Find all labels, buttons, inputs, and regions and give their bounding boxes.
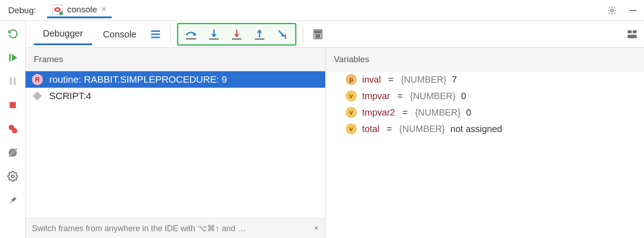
variables-list[interactable]: p inval = {NUMBER} 7 v tmpvar = {NUMBER}… (326, 71, 644, 238)
svg-marker-24 (257, 29, 262, 32)
settings-icon[interactable] (6, 170, 19, 183)
step-out-icon[interactable] (251, 26, 268, 42)
var-badge-icon: v (346, 107, 357, 118)
panel-frames: Frames R routine: RABBIT.SIMPLEPROCEDURE… (26, 48, 326, 238)
variable-name: total (362, 124, 379, 134)
variable-row[interactable]: p inval = {NUMBER} 7 (326, 71, 644, 88)
separator (170, 26, 171, 42)
frames-list[interactable]: R routine: RABBIT.SIMPLEPROCEDURE: 9 SCR… (26, 71, 325, 218)
svg-point-34 (316, 36, 317, 37)
param-badge-icon: p (346, 74, 357, 85)
svg-rect-30 (315, 31, 321, 32)
view-breakpoints-icon[interactable] (6, 122, 19, 135)
svg-point-31 (316, 34, 317, 36)
mute-breakpoints-icon[interactable] (6, 146, 19, 159)
svg-marker-18 (211, 34, 217, 37)
svg-rect-6 (10, 102, 16, 108)
debug-main: Debugger Console (26, 21, 644, 238)
svg-point-0 (611, 9, 613, 12)
gear-icon[interactable] (606, 4, 618, 17)
svg-rect-13 (151, 30, 160, 32)
svg-marker-21 (234, 34, 239, 37)
svg-rect-2 (9, 54, 11, 61)
svg-point-12 (11, 175, 14, 178)
variable-value: not assigned (451, 124, 502, 134)
panel-variables: Variables p inval = {NUMBER} 7 v tmpvar (326, 48, 644, 238)
layout-settings-icon[interactable] (624, 26, 640, 42)
force-step-into-icon[interactable] (229, 26, 245, 42)
tab-debugger[interactable]: Debugger (34, 23, 92, 45)
svg-rect-4 (10, 78, 11, 85)
minimize-icon[interactable] (627, 4, 639, 17)
stop-icon[interactable] (6, 99, 19, 111)
svg-rect-14 (151, 33, 160, 35)
evaluate-expression-icon[interactable] (310, 26, 326, 42)
equals: = (385, 124, 394, 134)
pin-icon[interactable] (6, 194, 19, 206)
close-tab-icon[interactable]: × (102, 5, 107, 14)
variable-name: inval (362, 74, 381, 85)
variable-name: tmpvar2 (362, 107, 395, 118)
panel-frames-header: Frames (26, 48, 325, 71)
resume-icon[interactable] (6, 51, 19, 64)
variable-name: tmpvar (362, 91, 390, 101)
oracle-icon (52, 5, 62, 15)
frame-label: SCRIPT:4 (49, 90, 91, 101)
variable-type: {NUMBER} (400, 124, 445, 134)
svg-point-32 (317, 34, 319, 36)
svg-marker-3 (12, 54, 17, 61)
session-tab-label: console (67, 5, 97, 15)
variable-row[interactable]: v tmpvar = {NUMBER} 0 (326, 88, 644, 104)
svg-rect-39 (628, 35, 637, 38)
svg-point-8 (12, 128, 17, 133)
session-tab-console[interactable]: console × (47, 3, 112, 18)
variable-row[interactable]: v total = {NUMBER} not assigned (326, 121, 644, 137)
svg-rect-5 (14, 78, 16, 85)
equals: = (386, 74, 395, 85)
svg-point-35 (317, 36, 319, 37)
var-badge-icon: v (346, 90, 357, 101)
variable-value: 7 (452, 74, 457, 85)
variable-type: {NUMBER} (415, 107, 461, 118)
tool-window-title: Debug: (5, 5, 40, 16)
pause-icon[interactable] (6, 75, 19, 88)
svg-rect-37 (628, 30, 632, 33)
script-badge-icon (32, 90, 43, 101)
variable-value: 0 (466, 107, 471, 118)
frame-label: routine: RABBIT.SIMPLEPROCEDURE: 9 (49, 74, 227, 85)
variable-row[interactable]: v tmpvar2 = {NUMBER} 0 (326, 104, 644, 121)
tool-window-titlebar: Debug: console × (0, 0, 644, 21)
frames-hint-text: Switch frames from anywhere in the IDE w… (32, 223, 246, 233)
svg-point-36 (319, 36, 321, 37)
frames-hint-bar: Switch frames from anywhere in the IDE w… (26, 218, 325, 238)
routine-badge-icon: R (32, 74, 43, 85)
close-hint-icon[interactable]: × (314, 223, 319, 233)
panel-variables-header: Variables (326, 48, 644, 71)
frame-row[interactable]: SCRIPT:4 (26, 88, 325, 104)
svg-rect-38 (633, 30, 637, 33)
svg-rect-15 (151, 36, 160, 38)
equals: = (400, 107, 410, 118)
threads-icon[interactable] (147, 26, 164, 42)
debug-tool-window: Debug: console × (0, 0, 644, 238)
frame-row[interactable]: R routine: RABBIT.SIMPLEPROCEDURE: 9 (26, 71, 325, 88)
variable-type: {NUMBER} (410, 91, 456, 101)
debug-toolbar: Debugger Console (26, 21, 644, 48)
gutter-toolbar (0, 21, 26, 238)
step-into-icon[interactable] (206, 26, 222, 42)
rerun-icon[interactable] (6, 27, 19, 40)
step-actions-group (177, 23, 296, 46)
step-over-icon[interactable] (183, 26, 199, 42)
tab-console[interactable]: Console (94, 24, 145, 44)
variable-type: {NUMBER} (401, 74, 447, 85)
variable-value: 0 (461, 91, 466, 101)
var-badge-icon: v (346, 123, 357, 134)
separator (303, 26, 303, 42)
svg-point-33 (319, 34, 321, 36)
run-to-cursor-icon[interactable] (274, 26, 291, 42)
equals: = (395, 91, 405, 101)
